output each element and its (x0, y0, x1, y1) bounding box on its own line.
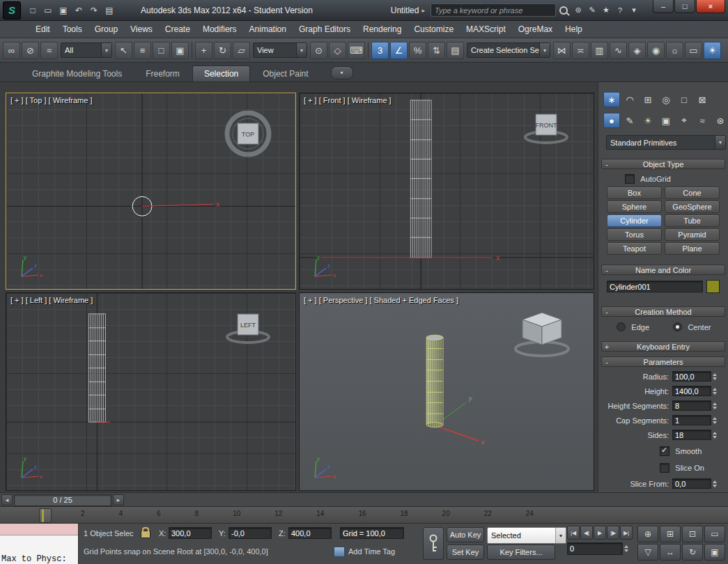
bind-to-space-warp-icon[interactable]: ≈ (40, 42, 58, 59)
subcategory-dropdown[interactable]: Standard Primitives ▾ (606, 135, 726, 150)
param-field[interactable]: 1 (672, 415, 711, 425)
selection-set-dropdown[interactable]: Selected ▾ (487, 527, 566, 544)
ribbon-tab[interactable]: Freeform (134, 66, 191, 81)
curve-editor-icon[interactable]: ∿ (610, 42, 627, 59)
select-by-name-icon[interactable]: ≡ (134, 42, 151, 59)
auto-key-button[interactable]: Auto Key (447, 527, 484, 542)
maximize-viewport-icon[interactable]: ▣ (704, 544, 725, 561)
menu-item[interactable]: Customize (408, 22, 460, 36)
menu-item[interactable]: Create (159, 22, 196, 36)
open-file-icon[interactable]: ▭ (41, 3, 55, 17)
close-button[interactable]: × (696, 0, 725, 13)
rectangular-selection-region-icon[interactable]: □ (153, 42, 170, 59)
zoom-extents-icon[interactable]: ⊡ (682, 526, 703, 542)
angle-snap-icon[interactable]: ∠ (390, 42, 408, 59)
rollout-object-type[interactable]: - Object Type (601, 159, 725, 169)
lights-icon[interactable]: ☀ (640, 113, 656, 128)
rollout-name-and-color[interactable]: - Name and Color (601, 265, 725, 275)
x-coordinate-field[interactable]: 300,0 (169, 527, 212, 539)
window-crossing-icon[interactable]: ▣ (171, 42, 189, 59)
cameras-icon[interactable]: ▣ (658, 113, 674, 128)
community-icon[interactable]: ⊚ (572, 4, 584, 17)
rollout-parameters[interactable]: - Parameters (601, 357, 725, 367)
object-type-button[interactable]: Torus (607, 228, 662, 241)
sign-in-icon[interactable]: ✎ (586, 4, 598, 17)
object-name-field[interactable]: Cylinder001 (607, 281, 703, 292)
keyboard-override-icon[interactable]: ⌨ (348, 42, 365, 59)
select-and-link-icon[interactable]: ∞ (3, 42, 20, 59)
y-coordinate-field[interactable]: -0,0 (229, 527, 272, 539)
spinner-snap-icon[interactable]: ⇅ (428, 42, 445, 59)
rollout-toggle-icon[interactable]: - (602, 160, 612, 169)
viewcube[interactable]: FRONT (517, 104, 575, 148)
ribbon-tab[interactable]: Selection (192, 65, 250, 81)
param-field[interactable]: 100,0 (672, 371, 711, 382)
object-type-button[interactable]: Box (607, 187, 662, 199)
menu-item[interactable]: Edit (29, 22, 56, 36)
object-type-button[interactable]: Tube (665, 214, 720, 227)
smooth-checkbox[interactable] (660, 446, 669, 456)
z-coordinate-field[interactable]: 400,0 (288, 527, 332, 539)
schematic-view-icon[interactable]: ◈ (628, 42, 646, 59)
space-warps-icon[interactable]: ≈ (694, 113, 711, 128)
mirror-icon[interactable]: ⋈ (553, 42, 571, 59)
trackbar-right-arrow-icon[interactable]: ▸ (113, 494, 124, 506)
percent-snap-icon[interactable]: % (409, 42, 426, 59)
timeline-ruler[interactable]: 24681012141618202224 (0, 506, 728, 524)
spinner-arrows-icon[interactable] (713, 402, 719, 409)
go-to-start-button[interactable]: |◀ (567, 526, 580, 540)
rollout-creation-method[interactable]: - Creation Method (601, 306, 725, 317)
select-and-move-icon[interactable]: + (195, 42, 212, 59)
object-type-button[interactable]: Cylinder (607, 214, 662, 227)
render-production-icon[interactable]: ☀ (704, 42, 721, 59)
layer-manager-icon[interactable]: ▥ (591, 42, 608, 59)
search-icon[interactable] (559, 6, 568, 15)
favorites-icon[interactable]: ★ (600, 4, 612, 17)
menu-item[interactable]: Group (88, 22, 124, 36)
viewport-left[interactable]: [ + ] [ Left ] [ Wireframe ] LEFT (6, 292, 296, 491)
selection-filter-dropdown[interactable]: All ▾ (61, 42, 112, 58)
selection-lock-icon[interactable] (141, 531, 150, 538)
viewcube[interactable]: TOP (219, 104, 277, 163)
infocenter-search-input[interactable] (431, 3, 556, 17)
use-pivot-center-icon[interactable]: ⊙ (310, 42, 327, 59)
render-setup-icon[interactable]: ☼ (666, 42, 683, 59)
viewport-perspective[interactable]: x y [ + ] [ Perspective ] [ Shaded + Edg… (299, 292, 594, 491)
track-bar[interactable]: ◂ 0 / 25 ▸ (0, 492, 728, 507)
help-caret-icon[interactable]: ▾ (628, 4, 640, 17)
shapes-icon[interactable]: ✎ (621, 113, 638, 128)
menu-item[interactable]: Views (124, 22, 159, 36)
systems-icon[interactable]: ⊛ (712, 113, 728, 128)
select-and-rotate-icon[interactable]: ↻ (214, 42, 231, 59)
listener-text[interactable]: Max to Physc: (0, 535, 78, 564)
helpers-icon[interactable]: ⌖ (676, 113, 692, 128)
minimize-button[interactable]: – (653, 0, 674, 13)
chevron-down-icon[interactable]: ▾ (101, 43, 111, 57)
viewport-label[interactable]: [ + ] [ Left ] [ Wireframe ] (10, 296, 93, 304)
field-of-view-icon[interactable]: ▽ (637, 544, 658, 561)
rollout-keyboard-entry[interactable]: + Keyboard Entry (601, 341, 725, 352)
slice-on-checkbox[interactable] (660, 463, 669, 473)
chevron-down-icon[interactable]: ▾ (555, 528, 566, 543)
trackbar-left-arrow-icon[interactable]: ◂ (1, 494, 13, 506)
rollout-toggle-icon[interactable]: + (602, 343, 612, 351)
center-radio[interactable] (673, 322, 682, 331)
chevron-down-icon[interactable]: ▾ (296, 43, 307, 57)
zoom-region-icon[interactable]: ▭ (704, 526, 725, 542)
chevron-down-icon[interactable]: ▾ (539, 43, 550, 57)
ribbon-minimize-icon[interactable]: ▾ (331, 66, 353, 79)
viewport-label[interactable]: [ + ] [ Top ] [ Wireframe ] (10, 96, 92, 104)
rollout-toggle-icon[interactable]: - (602, 266, 612, 274)
viewport-label[interactable]: [ + ] [ Front ] [ Wireframe ] (304, 96, 392, 104)
utilities-tab-icon[interactable]: ⊠ (694, 92, 711, 107)
chevron-down-icon[interactable]: ▾ (715, 136, 725, 149)
hierarchy-tab-icon[interactable]: ⊞ (640, 92, 656, 107)
next-frame-button[interactable]: |▶ (607, 526, 619, 540)
named-selection-sets-dropdown[interactable]: Create Selection Se ▾ (467, 42, 550, 58)
menu-item[interactable]: Rendering (357, 22, 408, 36)
menu-item[interactable]: Help (559, 22, 589, 36)
previous-frame-button[interactable]: ◀| (580, 526, 593, 540)
object-color-swatch[interactable] (706, 280, 720, 293)
menu-item[interactable]: OgreMax (512, 22, 559, 36)
object-type-button[interactable]: Plane (665, 242, 720, 255)
